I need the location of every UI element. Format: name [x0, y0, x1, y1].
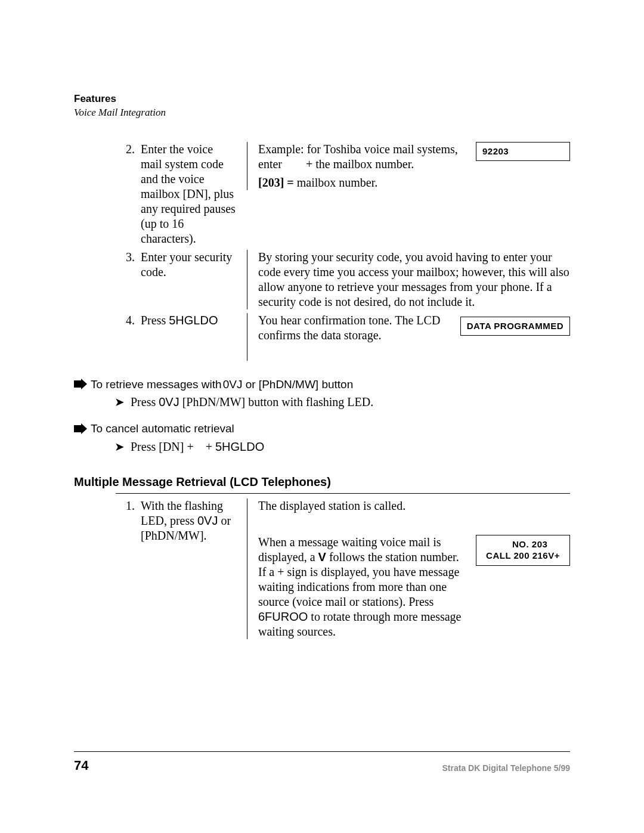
- step-instruction: With the flashing LED, press 0VJ or [PhD…: [141, 498, 247, 543]
- procedure-step: ➤ Press [DN] + + 5HGLDO: [114, 439, 570, 454]
- procedure-title: To cancel automatic retrieval: [91, 422, 234, 436]
- rule: [116, 493, 570, 494]
- step-number: 4.: [74, 313, 141, 328]
- arrow-icon: [74, 379, 87, 389]
- explanation-text: You hear confirmation tone. The LCD conf…: [258, 313, 460, 343]
- step-explanation: The displayed station is called. When a …: [247, 498, 570, 639]
- step-instruction: Enter your security code.: [141, 250, 247, 280]
- step-instruction: Press 5HGLDO: [141, 313, 247, 328]
- procedure-title: To retrieve messages with0VJ or [PhDN/MW…: [91, 377, 353, 392]
- step-explanation: By storing your security code, you avoid…: [247, 250, 570, 309]
- footer-doc-title: Strata DK Digital Telephone 5/99: [442, 763, 570, 774]
- procedure-step: ➤ Press 0VJ [PhDN/MW] button with flashi…: [114, 395, 570, 410]
- step-instruction: Enter the voice mail system code and the…: [141, 142, 247, 246]
- explanation-text: The displayed station is called.: [258, 498, 570, 513]
- arrow-icon: ➤: [114, 396, 125, 408]
- step-row: 2. Enter the voice mail system code and …: [74, 142, 570, 246]
- svg-marker-1: [74, 423, 87, 434]
- step-number: 3.: [74, 250, 141, 265]
- page-number: 74: [74, 757, 88, 774]
- steps-block-a: 2. Enter the voice mail system code and …: [74, 142, 570, 361]
- header-title: Features: [74, 92, 570, 105]
- step-explanation: Example: for Toshiba voice mail systems,…: [247, 142, 570, 190]
- step-explanation: You hear confirmation tone. The LCD conf…: [247, 313, 570, 361]
- procedure-heading: To cancel automatic retrieval: [74, 422, 570, 436]
- step-number: 1.: [74, 498, 141, 513]
- lcd-display: DATA PROGRAMMED: [460, 317, 570, 336]
- page-footer: 74 Strata DK Digital Telephone 5/99: [74, 757, 570, 774]
- lcd-display: NO. 203 CALL 200 216V+: [476, 535, 570, 566]
- svg-marker-0: [74, 379, 87, 389]
- explanation-text: When a message waiting voice mail is dis…: [258, 535, 476, 639]
- step-row: 1. With the flashing LED, press 0VJ or […: [74, 498, 570, 639]
- header-subtitle: Voice Mail Integration: [74, 106, 570, 119]
- lcd-display: 92203: [476, 142, 570, 162]
- page: Features Voice Mail Integration 2. Enter…: [0, 0, 644, 833]
- explanation-text: Example: for Toshiba voice mail systems,…: [258, 142, 476, 190]
- running-header: Features Voice Mail Integration: [74, 92, 570, 119]
- procedure-heading: To retrieve messages with0VJ or [PhDN/MW…: [74, 377, 570, 392]
- section-heading: Multiple Message Retrieval (LCD Telephon…: [74, 475, 570, 490]
- step-number: 2.: [74, 142, 141, 157]
- steps-block-b: 1. With the flashing LED, press 0VJ or […: [74, 498, 570, 639]
- footer-rule: [74, 751, 570, 752]
- step-row: 4. Press 5HGLDO You hear confirmation to…: [74, 313, 570, 361]
- step-row: 3. Enter your security code. By storing …: [74, 250, 570, 309]
- arrow-icon: ➤: [114, 441, 125, 453]
- arrow-icon: [74, 423, 87, 434]
